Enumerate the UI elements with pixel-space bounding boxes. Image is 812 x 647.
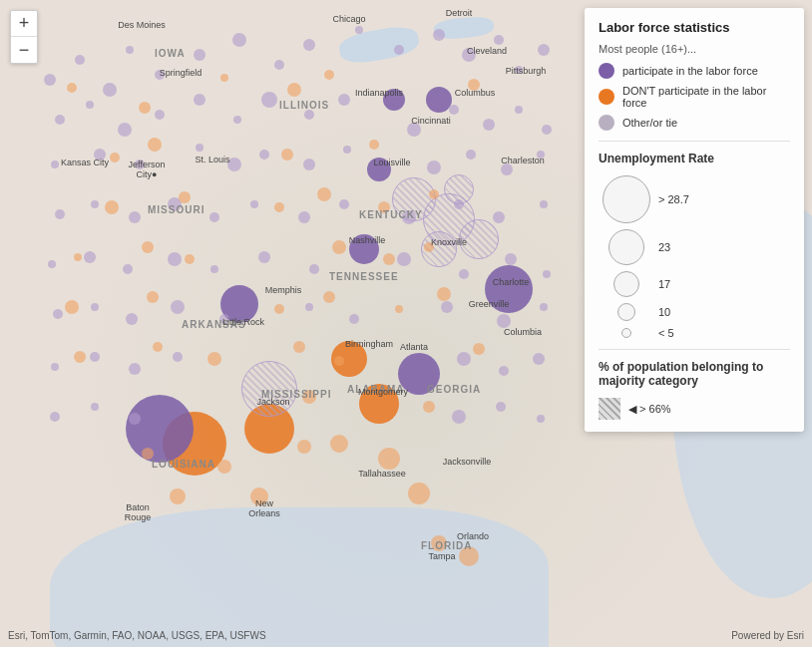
bubble-dot xyxy=(349,314,359,324)
bubble-dot xyxy=(274,304,284,314)
unemp-circle-container-5 xyxy=(599,328,654,338)
unemp-label-4: 10 xyxy=(658,306,670,318)
legend-text-other: Other/or tie xyxy=(622,117,677,129)
bubble-dot xyxy=(515,66,523,74)
bubble-dot xyxy=(287,83,301,97)
bubble-dot xyxy=(304,110,314,120)
bubble-dot xyxy=(394,45,404,55)
bubble-dot xyxy=(65,300,79,314)
bubble-dot xyxy=(408,483,430,504)
bubble-dot xyxy=(339,199,349,209)
bubble-dot xyxy=(457,352,471,366)
unemp-label-5: < 5 xyxy=(658,327,674,339)
bubble-dot xyxy=(55,209,65,219)
bubble-dot xyxy=(397,252,411,266)
bubble-dot xyxy=(171,300,185,314)
bubble-dot xyxy=(452,410,466,424)
bubble-dot xyxy=(423,401,435,413)
bubble-dot xyxy=(155,110,165,120)
unemp-circle-medium-large xyxy=(609,229,644,265)
bubble-dot xyxy=(334,356,344,366)
bubble-dot xyxy=(332,240,346,254)
bubble-dot xyxy=(250,200,258,208)
legend-text-participate: participate in the labor force xyxy=(622,65,758,77)
bubble-dot xyxy=(501,163,513,175)
legend-text-dont-participate: DON'T participate in the labor force xyxy=(622,85,790,109)
bubble-dot xyxy=(53,309,63,319)
bubble-dot xyxy=(302,390,316,404)
bubble-dot xyxy=(48,260,56,268)
bubble-dot xyxy=(179,191,191,203)
bubble-dot xyxy=(459,546,479,566)
bubble-dot xyxy=(232,33,246,47)
bubble-dot xyxy=(537,415,545,423)
bubble-dot xyxy=(441,301,453,313)
bubble-dot xyxy=(349,234,379,264)
bubble-dot xyxy=(496,402,506,412)
bubble-dot xyxy=(129,211,141,223)
bubble-dot xyxy=(343,146,351,154)
bubble-dot xyxy=(433,29,445,41)
unemp-row-1: > 28.7 xyxy=(599,175,790,223)
bubble-dot xyxy=(126,313,138,325)
unemp-row-4: 10 xyxy=(599,303,790,321)
bubble-dot xyxy=(207,352,221,366)
bubble-dot xyxy=(497,314,511,328)
bubble-dot xyxy=(91,303,99,311)
bubble-dot xyxy=(293,341,305,353)
bubble-dot xyxy=(473,343,485,355)
unemp-row-3: 17 xyxy=(599,271,790,297)
bubble-dot xyxy=(44,74,56,86)
bubble-dot xyxy=(148,138,162,152)
legend-population-title: % of population belonging to majority ca… xyxy=(599,360,790,388)
bubble-dot xyxy=(427,161,441,174)
bubble-dot xyxy=(424,242,434,252)
legend-title: Labor force statistics xyxy=(599,20,790,35)
map-container[interactable]: IOWA ILLINOIS MISSOURI ARKANSAS LOUISIAN… xyxy=(0,0,812,647)
population-legend-item: ◀ > 66% xyxy=(599,398,790,420)
map-controls: + − xyxy=(10,10,38,64)
bubble-dot xyxy=(485,265,533,313)
bubble-dot xyxy=(383,253,395,265)
legend-dot-gray xyxy=(599,115,614,131)
bubble-dot xyxy=(168,252,182,266)
legend-panel: Labor force statistics Most people (16+)… xyxy=(585,8,804,432)
unemp-circle-container-2 xyxy=(599,229,654,265)
bubble-dot xyxy=(126,395,194,463)
bubble-dot xyxy=(51,363,59,371)
bubble-dot xyxy=(105,200,119,214)
legend-dot-orange xyxy=(599,89,614,105)
bubble-dot xyxy=(330,435,348,453)
zoom-in-button[interactable]: + xyxy=(11,11,37,37)
bubble-dot xyxy=(398,353,440,395)
bubble-dot xyxy=(317,187,331,201)
bubble-dot xyxy=(129,413,141,425)
bubble-dot xyxy=(459,269,469,279)
bubble-dot xyxy=(250,487,268,505)
bubble-dot xyxy=(505,253,517,265)
bubble-dot xyxy=(118,123,132,137)
bubble-dot xyxy=(515,106,523,114)
bubble-dot xyxy=(123,264,133,274)
unemp-circle-container-1 xyxy=(599,175,654,223)
bubble-dot xyxy=(220,74,228,82)
bubble-dot xyxy=(303,159,315,170)
bubble-dot xyxy=(298,211,310,223)
unemp-circle-container-3 xyxy=(599,271,654,297)
unemp-circle-medium xyxy=(613,271,639,297)
bubble-dot xyxy=(462,48,476,62)
bubble-dot xyxy=(103,83,117,97)
bubble-dot xyxy=(196,144,203,152)
unemp-label-1: > 28.7 xyxy=(658,193,689,205)
legend-item-other: Other/or tie xyxy=(599,115,790,131)
zoom-out-button[interactable]: − xyxy=(11,37,37,63)
bubble-dot xyxy=(324,70,334,80)
bubble-dot xyxy=(542,125,552,135)
bubble-dot xyxy=(454,199,464,209)
bubble-dot xyxy=(395,305,403,313)
bubble-dot xyxy=(543,270,551,278)
bubble-dot xyxy=(194,49,205,61)
bubble-dot xyxy=(74,351,86,363)
bubble-dot xyxy=(431,535,447,551)
bubble-dot xyxy=(94,149,106,161)
